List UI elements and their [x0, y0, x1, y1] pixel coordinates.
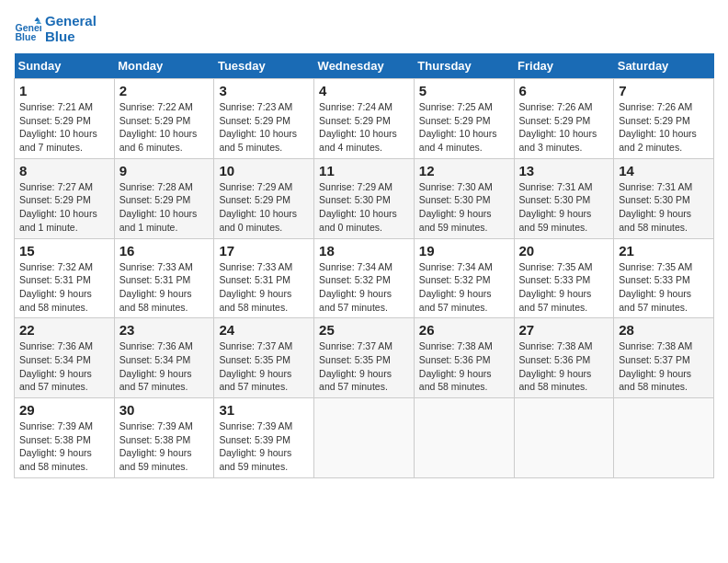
day-number: 20: [519, 243, 609, 259]
logo-text-blue: Blue: [45, 29, 97, 45]
day-number: 16: [119, 243, 210, 259]
day-info: Sunrise: 7:35 AM Sunset: 5:33 PM Dayligh…: [619, 260, 709, 315]
day-number: 30: [119, 402, 210, 418]
day-number: 12: [419, 163, 509, 178]
day-number: 6: [519, 83, 609, 98]
day-number: 3: [219, 83, 309, 98]
day-cell: [514, 398, 614, 478]
day-number: 25: [319, 322, 409, 338]
day-cell: 24 Sunrise: 7:37 AM Sunset: 5:35 PM Dayl…: [214, 318, 314, 398]
day-info: Sunrise: 7:31 AM Sunset: 5:30 PM Dayligh…: [519, 180, 609, 235]
day-cell: 15 Sunrise: 7:32 AM Sunset: 5:31 PM Dayl…: [15, 238, 115, 318]
day-cell: [614, 398, 714, 478]
day-info: Sunrise: 7:28 AM Sunset: 5:29 PM Dayligh…: [119, 180, 210, 235]
day-number: 22: [19, 322, 109, 338]
day-number: 14: [619, 163, 709, 178]
day-cell: [314, 398, 415, 478]
day-info: Sunrise: 7:26 AM Sunset: 5:29 PM Dayligh…: [619, 100, 709, 155]
day-cell: 13 Sunrise: 7:31 AM Sunset: 5:30 PM Dayl…: [514, 158, 614, 238]
day-cell: 6 Sunrise: 7:26 AM Sunset: 5:29 PM Dayli…: [514, 79, 614, 159]
day-number: 10: [219, 163, 309, 178]
day-info: Sunrise: 7:29 AM Sunset: 5:29 PM Dayligh…: [219, 180, 309, 235]
svg-text:Blue: Blue: [16, 31, 37, 42]
day-info: Sunrise: 7:37 AM Sunset: 5:35 PM Dayligh…: [319, 339, 409, 394]
header-day-sunday: Sunday: [15, 53, 115, 79]
day-cell: 17 Sunrise: 7:33 AM Sunset: 5:31 PM Dayl…: [214, 238, 314, 318]
day-number: 11: [319, 163, 409, 178]
day-cell: 9 Sunrise: 7:28 AM Sunset: 5:29 PM Dayli…: [114, 158, 214, 238]
logo-text-general: General: [45, 14, 97, 29]
day-cell: 28 Sunrise: 7:38 AM Sunset: 5:37 PM Dayl…: [614, 318, 714, 398]
day-number: 8: [19, 163, 109, 178]
day-info: Sunrise: 7:23 AM Sunset: 5:29 PM Dayligh…: [219, 100, 309, 155]
day-cell: 4 Sunrise: 7:24 AM Sunset: 5:29 PM Dayli…: [314, 79, 415, 159]
day-info: Sunrise: 7:31 AM Sunset: 5:30 PM Dayligh…: [619, 180, 709, 235]
day-info: Sunrise: 7:33 AM Sunset: 5:31 PM Dayligh…: [219, 260, 309, 315]
day-info: Sunrise: 7:27 AM Sunset: 5:29 PM Dayligh…: [19, 180, 109, 235]
day-number: 1: [19, 83, 109, 98]
header-day-monday: Monday: [114, 53, 214, 79]
day-info: Sunrise: 7:38 AM Sunset: 5:37 PM Dayligh…: [619, 339, 709, 394]
day-info: Sunrise: 7:38 AM Sunset: 5:36 PM Dayligh…: [519, 339, 609, 394]
day-cell: 22 Sunrise: 7:36 AM Sunset: 5:34 PM Dayl…: [15, 318, 115, 398]
day-info: Sunrise: 7:33 AM Sunset: 5:31 PM Dayligh…: [119, 260, 210, 315]
day-info: Sunrise: 7:32 AM Sunset: 5:31 PM Dayligh…: [19, 260, 109, 315]
day-info: Sunrise: 7:29 AM Sunset: 5:30 PM Dayligh…: [319, 180, 409, 235]
day-info: Sunrise: 7:36 AM Sunset: 5:34 PM Dayligh…: [19, 339, 109, 394]
day-number: 18: [319, 243, 409, 259]
header-day-saturday: Saturday: [614, 53, 714, 79]
week-row-3: 15 Sunrise: 7:32 AM Sunset: 5:31 PM Dayl…: [15, 238, 714, 318]
day-cell: 5 Sunrise: 7:25 AM Sunset: 5:29 PM Dayli…: [414, 79, 514, 159]
week-row-1: 1 Sunrise: 7:21 AM Sunset: 5:29 PM Dayli…: [15, 79, 714, 159]
day-cell: 20 Sunrise: 7:35 AM Sunset: 5:33 PM Dayl…: [514, 238, 614, 318]
day-number: 26: [419, 322, 509, 338]
day-number: 2: [119, 83, 210, 98]
logo: General Blue General Blue: [14, 14, 97, 44]
day-number: 23: [119, 322, 210, 338]
day-number: 5: [419, 83, 509, 98]
header-day-thursday: Thursday: [414, 53, 514, 79]
week-row-2: 8 Sunrise: 7:27 AM Sunset: 5:29 PM Dayli…: [15, 158, 714, 238]
day-cell: 31 Sunrise: 7:39 AM Sunset: 5:39 PM Dayl…: [214, 398, 314, 478]
day-info: Sunrise: 7:39 AM Sunset: 5:39 PM Dayligh…: [219, 419, 309, 474]
page-header: General Blue General Blue: [14, 14, 714, 44]
day-cell: 19 Sunrise: 7:34 AM Sunset: 5:32 PM Dayl…: [414, 238, 514, 318]
day-info: Sunrise: 7:39 AM Sunset: 5:38 PM Dayligh…: [19, 419, 109, 474]
day-number: 4: [319, 83, 409, 98]
day-cell: 10 Sunrise: 7:29 AM Sunset: 5:29 PM Dayl…: [214, 158, 314, 238]
week-row-4: 22 Sunrise: 7:36 AM Sunset: 5:34 PM Dayl…: [15, 318, 714, 398]
day-info: Sunrise: 7:39 AM Sunset: 5:38 PM Dayligh…: [119, 419, 210, 474]
header-day-wednesday: Wednesday: [314, 53, 415, 79]
day-cell: 18 Sunrise: 7:34 AM Sunset: 5:32 PM Dayl…: [314, 238, 415, 318]
day-info: Sunrise: 7:24 AM Sunset: 5:29 PM Dayligh…: [319, 100, 409, 155]
day-cell: 29 Sunrise: 7:39 AM Sunset: 5:38 PM Dayl…: [15, 398, 115, 478]
day-number: 27: [519, 322, 609, 338]
day-cell: 16 Sunrise: 7:33 AM Sunset: 5:31 PM Dayl…: [114, 238, 214, 318]
day-info: Sunrise: 7:34 AM Sunset: 5:32 PM Dayligh…: [319, 260, 409, 315]
day-cell: 30 Sunrise: 7:39 AM Sunset: 5:38 PM Dayl…: [114, 398, 214, 478]
day-info: Sunrise: 7:36 AM Sunset: 5:34 PM Dayligh…: [119, 339, 210, 394]
day-cell: 26 Sunrise: 7:38 AM Sunset: 5:36 PM Dayl…: [414, 318, 514, 398]
day-number: 31: [219, 402, 309, 418]
logo-icon: General Blue: [14, 16, 41, 43]
day-number: 21: [619, 243, 709, 259]
day-cell: 25 Sunrise: 7:37 AM Sunset: 5:35 PM Dayl…: [314, 318, 415, 398]
day-number: 29: [19, 402, 109, 418]
day-number: 15: [19, 243, 109, 259]
day-info: Sunrise: 7:26 AM Sunset: 5:29 PM Dayligh…: [519, 100, 609, 155]
day-cell: 7 Sunrise: 7:26 AM Sunset: 5:29 PM Dayli…: [614, 79, 714, 159]
calendar-header: SundayMondayTuesdayWednesdayThursdayFrid…: [15, 53, 714, 79]
header-day-tuesday: Tuesday: [214, 53, 314, 79]
day-info: Sunrise: 7:35 AM Sunset: 5:33 PM Dayligh…: [519, 260, 609, 315]
day-cell: 21 Sunrise: 7:35 AM Sunset: 5:33 PM Dayl…: [614, 238, 714, 318]
day-info: Sunrise: 7:21 AM Sunset: 5:29 PM Dayligh…: [19, 100, 109, 155]
day-cell: 14 Sunrise: 7:31 AM Sunset: 5:30 PM Dayl…: [614, 158, 714, 238]
day-info: Sunrise: 7:30 AM Sunset: 5:30 PM Dayligh…: [419, 180, 509, 235]
day-cell: 11 Sunrise: 7:29 AM Sunset: 5:30 PM Dayl…: [314, 158, 415, 238]
day-cell: 23 Sunrise: 7:36 AM Sunset: 5:34 PM Dayl…: [114, 318, 214, 398]
day-cell: 3 Sunrise: 7:23 AM Sunset: 5:29 PM Dayli…: [214, 79, 314, 159]
calendar-table: SundayMondayTuesdayWednesdayThursdayFrid…: [14, 53, 714, 478]
day-cell: 2 Sunrise: 7:22 AM Sunset: 5:29 PM Dayli…: [114, 79, 214, 159]
week-row-5: 29 Sunrise: 7:39 AM Sunset: 5:38 PM Dayl…: [15, 398, 714, 478]
day-number: 17: [219, 243, 309, 259]
